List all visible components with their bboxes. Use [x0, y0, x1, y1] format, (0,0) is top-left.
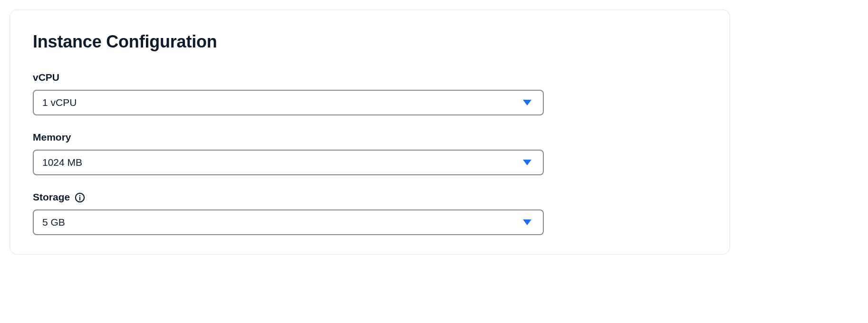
vcpu-select[interactable]: 1 vCPU — [33, 90, 544, 115]
card-title: Instance Configuration — [33, 32, 707, 52]
chevron-down-icon — [523, 100, 531, 105]
svg-point-3 — [79, 195, 80, 196]
vcpu-label: vCPU — [33, 72, 59, 83]
field-label-row: Memory — [33, 132, 707, 143]
instance-configuration-card: Instance Configuration vCPU 1 vCPU Memor… — [10, 10, 730, 255]
memory-label: Memory — [33, 132, 71, 143]
field-label-row: Storage — [33, 191, 707, 203]
svg-marker-1 — [523, 160, 531, 165]
info-icon[interactable] — [75, 192, 85, 203]
chevron-down-icon — [523, 219, 531, 225]
field-storage: Storage 5 GB — [33, 191, 707, 235]
memory-select-value: 1024 MB — [42, 157, 523, 168]
storage-label: Storage — [33, 191, 70, 203]
svg-marker-0 — [523, 100, 531, 105]
svg-marker-5 — [523, 219, 531, 225]
field-label-row: vCPU — [33, 72, 707, 83]
memory-select[interactable]: 1024 MB — [33, 150, 544, 175]
field-memory: Memory 1024 MB — [33, 132, 707, 175]
chevron-down-icon — [523, 160, 531, 165]
storage-select[interactable]: 5 GB — [33, 209, 544, 235]
vcpu-select-value: 1 vCPU — [42, 97, 523, 108]
field-vcpu: vCPU 1 vCPU — [33, 72, 707, 115]
storage-select-value: 5 GB — [42, 217, 523, 228]
